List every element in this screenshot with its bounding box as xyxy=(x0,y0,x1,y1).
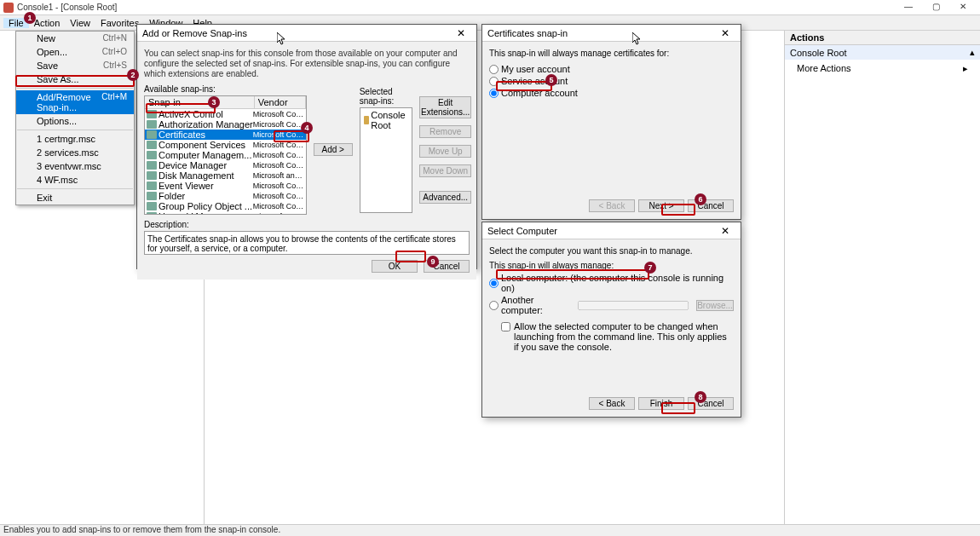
snapin-row[interactable]: Hyper-V ManagerMicrosoft Cor... xyxy=(145,211,306,215)
maximize-button[interactable]: ▢ xyxy=(922,2,949,14)
close-icon[interactable]: ✕ xyxy=(715,225,735,237)
move-up-button: Move Up xyxy=(419,145,471,158)
status-bar: Enables you to add snap-ins to or remove… xyxy=(0,524,980,536)
menu-exit[interactable]: Exit xyxy=(16,191,134,205)
browse-button: Browse... xyxy=(696,300,734,311)
snapin-row[interactable]: FolderMicrosoft Cor... xyxy=(145,191,306,201)
snapin-row[interactable]: Event ViewerMicrosoft Cor... xyxy=(145,181,306,191)
snapin-icon xyxy=(147,161,157,170)
available-snapins-label: Available snap-ins: xyxy=(144,84,307,94)
menu-options[interactable]: Options... xyxy=(16,114,134,128)
snapin-icon xyxy=(147,151,157,159)
certificates-snapin-dialog: Certificates snap-in ✕ This snap-in will… xyxy=(481,24,741,220)
close-button[interactable]: ✕ xyxy=(949,2,977,14)
col-vendor[interactable]: Vendor xyxy=(255,96,306,108)
menu-saveas[interactable]: Save As... xyxy=(16,72,134,86)
remove-button: Remove xyxy=(419,125,471,138)
radio-computer-account[interactable]: Computer account xyxy=(489,87,734,99)
selected-snapins-list[interactable]: Console Root xyxy=(360,107,412,213)
cancel-button[interactable]: Cancel xyxy=(688,397,734,410)
snapin-icon xyxy=(147,110,157,118)
close-icon[interactable]: ✕ xyxy=(451,27,471,39)
snapin-row[interactable]: Device ManagerMicrosoft Cor... xyxy=(145,160,306,170)
allow-change-checkbox[interactable]: Allow the selected computer to be change… xyxy=(489,321,734,352)
snapin-icon xyxy=(147,202,157,210)
chevron-right-icon: ▸ xyxy=(963,63,968,74)
dialog-title: Add or Remove Snap-ins xyxy=(142,28,451,38)
window-title: Console1 - [Console Root] xyxy=(17,3,895,12)
titlebar: Console1 - [Console Root] — ▢ ✕ xyxy=(0,0,980,15)
snapin-icon xyxy=(147,141,157,149)
radio-local-computer[interactable]: Local computer: (the computer this conso… xyxy=(489,272,734,294)
chevron-up-icon: ▴ xyxy=(970,47,975,58)
cert-intro: This snap-in will always manage certific… xyxy=(489,49,734,58)
dialog-intro: You can select snap-ins for this console… xyxy=(144,49,470,79)
ok-button[interactable]: OK xyxy=(372,260,418,273)
available-snapins-list[interactable]: Snap-in Vendor ActiveX ControlMicrosoft … xyxy=(144,95,307,215)
snapin-row[interactable]: Component ServicesMicrosoft Cor... xyxy=(145,140,306,150)
menu-recent-4[interactable]: 4 WF.msc xyxy=(16,173,134,187)
radio-service-account[interactable]: Service account xyxy=(489,75,734,87)
file-menu-dropdown: NewCtrl+N Open...Ctrl+O SaveCtrl+S Save … xyxy=(15,31,135,205)
snapin-icon xyxy=(147,192,157,200)
dialog-title: Select Computer xyxy=(487,226,715,236)
select-intro: Select the computer you want this snap-i… xyxy=(489,246,734,256)
menu-file[interactable]: File xyxy=(3,18,29,28)
menu-action[interactable]: Action xyxy=(29,18,66,28)
manage-label: This snap-in will always manage: xyxy=(489,261,734,270)
computer-name-field[interactable] xyxy=(578,301,689,310)
back-button[interactable]: < Back xyxy=(589,397,635,410)
edit-extensions-button[interactable]: Edit Extensions... xyxy=(419,96,471,118)
add-remove-snapins-dialog: Add or Remove Snap-ins ✕ You can select … xyxy=(136,24,477,269)
menu-recent-3[interactable]: 3 eventvwr.msc xyxy=(16,159,134,173)
snapin-row[interactable]: Disk ManagementMicrosoft and... xyxy=(145,170,306,181)
menu-new[interactable]: NewCtrl+N xyxy=(16,32,134,45)
menu-recent-2[interactable]: 2 services.msc xyxy=(16,146,134,159)
snapin-row[interactable]: Group Policy Object ...Microsoft Cor... xyxy=(145,201,306,211)
close-icon[interactable]: ✕ xyxy=(715,27,735,39)
menu-save[interactable]: SaveCtrl+S xyxy=(16,59,134,72)
move-down-button: Move Down xyxy=(419,164,471,177)
selected-console-root[interactable]: Console Root xyxy=(362,110,410,130)
radio-another-computer[interactable]: Another computer: Browse... xyxy=(489,294,734,316)
snapin-row[interactable]: CertificatesMicrosoft Cor... xyxy=(145,130,306,140)
snapin-icon xyxy=(147,182,157,190)
snapin-row[interactable]: Computer Managem...Microsoft Cor... xyxy=(145,150,306,160)
description-label: Description: xyxy=(144,220,470,229)
menu-add-remove-snapin[interactable]: Add/Remove Snap-in...Ctrl+M xyxy=(16,90,134,114)
more-actions[interactable]: More Actions ▸ xyxy=(785,60,980,77)
cancel-button[interactable]: Cancel xyxy=(424,260,470,273)
snapin-icon xyxy=(147,212,157,215)
menu-open[interactable]: Open...Ctrl+O xyxy=(16,45,134,59)
finish-button[interactable]: Finish xyxy=(638,397,684,410)
snapin-icon xyxy=(147,171,157,180)
actions-header: Actions xyxy=(785,31,980,45)
select-computer-dialog: Select Computer ✕ Select the computer yo… xyxy=(481,222,741,418)
minimize-button[interactable]: — xyxy=(895,2,922,14)
dialog-title: Certificates snap-in xyxy=(487,28,715,38)
snapin-row[interactable]: Authorization ManagerMicrosoft Cor... xyxy=(145,119,306,130)
mmc-icon xyxy=(3,3,14,13)
folder-icon xyxy=(364,116,370,124)
next-button[interactable]: Next > xyxy=(638,199,684,212)
actions-subheader[interactable]: Console Root ▴ xyxy=(785,45,980,60)
selected-snapins-label: Selected snap-ins: xyxy=(360,87,412,106)
menu-recent-1[interactable]: 1 certmgr.msc xyxy=(16,132,134,146)
description-text: The Certificates snap-in allows you to b… xyxy=(144,231,470,255)
back-button: < Back xyxy=(589,199,635,212)
add-button[interactable]: Add > xyxy=(314,143,353,156)
radio-user-account[interactable]: My user account xyxy=(489,63,734,75)
snapin-icon xyxy=(147,120,157,129)
cancel-button[interactable]: Cancel xyxy=(688,199,734,212)
advanced-button[interactable]: Advanced... xyxy=(419,191,471,204)
menu-view[interactable]: View xyxy=(65,18,95,28)
col-snapin[interactable]: Snap-in xyxy=(145,96,255,108)
snapin-icon xyxy=(147,130,157,139)
snapin-row[interactable]: ActiveX ControlMicrosoft Cor... xyxy=(145,109,306,119)
actions-pane: Actions Console Root ▴ More Actions ▸ xyxy=(784,31,980,524)
